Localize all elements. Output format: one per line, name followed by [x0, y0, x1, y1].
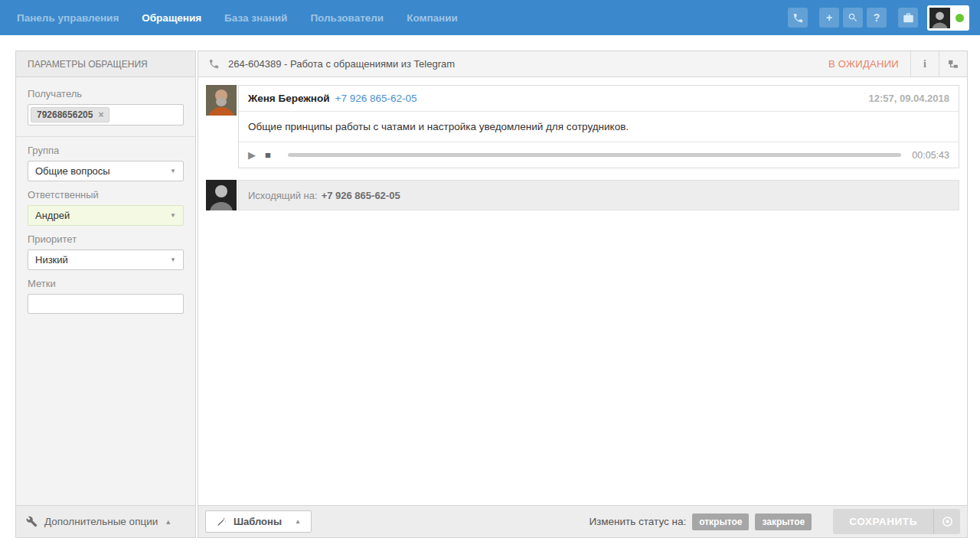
ticket-header-right: В ОЖИДАНИИ i	[817, 51, 967, 77]
sidebar-title: ПАРАМЕТРЫ ОБРАЩЕНИЯ	[16, 51, 195, 77]
status-closed-button[interactable]: закрытое	[755, 514, 812, 530]
status-open-button[interactable]: открытое	[692, 514, 749, 530]
priority-value: Низкий	[35, 254, 68, 266]
section-divider	[16, 136, 195, 137]
chevron-up-icon: ▲	[295, 518, 301, 525]
remove-tag-icon[interactable]: ×	[98, 109, 103, 120]
author-phone-link[interactable]: +7 926 865-62-05	[335, 93, 417, 104]
info-icon[interactable]: i	[910, 51, 939, 77]
message-timestamp: 12:57, 09.04.2018	[868, 93, 949, 104]
avatar	[206, 180, 237, 210]
outgoing-phone: +7 926 865-62-05	[322, 190, 400, 201]
conversation-area: Женя Бережной +7 926 865-62-05 12:57, 09…	[198, 77, 967, 505]
additional-options-label: Дополнительные опции	[44, 516, 158, 527]
message-outgoing: Исходящий на: +7 926 865-62-05	[206, 180, 959, 210]
message-author: Женя Бережной	[248, 93, 330, 104]
nav-dashboard[interactable]: Панель управления	[17, 12, 119, 24]
group-value: Общие вопросы	[35, 165, 110, 177]
sidebar-body: Получатель 79268656205 × Группа Общие во…	[16, 77, 195, 505]
record-icon	[942, 516, 953, 527]
priority-label: Приоритет	[28, 233, 184, 245]
tags-input[interactable]	[28, 294, 184, 314]
audio-progress-bar[interactable]	[288, 153, 901, 157]
recipient-tag: 79268656205 ×	[31, 107, 109, 122]
chevron-up-icon: ▲	[165, 518, 172, 526]
recipient-input[interactable]: 79268656205 ×	[28, 104, 184, 126]
message-header: Женя Бережной +7 926 865-62-05 12:57, 09…	[239, 86, 959, 111]
assignee-label: Ответственный	[28, 189, 184, 201]
stop-icon[interactable]: ■	[265, 149, 282, 161]
nav-knowledge-base[interactable]: База знаний	[224, 12, 287, 24]
user-photo	[929, 8, 950, 28]
nav-tickets[interactable]: Обращения	[142, 12, 201, 24]
recipient-label: Получатель	[28, 88, 184, 99]
ticket-footer: Шаблоны ▲ Изменить статус на: открытое з…	[198, 505, 967, 537]
audio-duration: 00:05:43	[912, 150, 949, 161]
chevron-down-icon: ▼	[170, 168, 176, 174]
phone-icon[interactable]	[788, 8, 808, 28]
topbar-actions: + ?	[788, 5, 969, 31]
tags-label: Метки	[28, 278, 184, 289]
assignee-value: Андрей	[35, 210, 70, 221]
change-status-label: Изменить статус на:	[589, 516, 686, 527]
message-incoming: Женя Бережной +7 926 865-62-05 12:57, 09…	[206, 85, 959, 168]
top-navigation-bar: Панель управления Обращения База знаний …	[0, 0, 980, 35]
outgoing-label: Исходящий на:	[248, 190, 318, 201]
templates-button[interactable]: Шаблоны ▲	[205, 510, 312, 533]
save-options-button[interactable]	[933, 509, 960, 534]
audio-player: ▶ ■ 00:05:43	[239, 142, 959, 168]
plus-icon[interactable]: +	[819, 8, 839, 28]
outgoing-call-row: Исходящий на: +7 926 865-62-05	[238, 180, 959, 210]
save-button[interactable]: СОХРАНИТЬ	[833, 509, 933, 534]
message-card: Женя Бережной +7 926 865-62-05 12:57, 09…	[238, 85, 959, 168]
nav-users[interactable]: Пользователи	[310, 12, 384, 24]
play-icon[interactable]: ▶	[248, 149, 265, 161]
templates-label: Шаблоны	[234, 516, 282, 527]
online-status-dot	[956, 14, 964, 22]
save-button-group: СОХРАНИТЬ	[833, 509, 960, 534]
search-icon[interactable]	[843, 8, 863, 28]
content-area: ПАРАМЕТРЫ ОБРАЩЕНИЯ Получатель 792686562…	[15, 51, 968, 538]
group-label: Группа	[28, 145, 184, 156]
ticket-panel: 264-604389 - Работа с обращениями из Tel…	[198, 51, 968, 538]
ticket-parameters-panel: ПАРАМЕТРЫ ОБРАЩЕНИЯ Получатель 792686562…	[15, 51, 196, 538]
ticket-header-left: 264-604389 - Работа с обращениями из Tel…	[198, 51, 455, 77]
chevron-down-icon: ▼	[170, 212, 176, 219]
main-nav: Панель управления Обращения База знаний …	[17, 12, 458, 24]
magic-wand-icon	[216, 517, 227, 527]
phone-channel-icon	[208, 58, 220, 70]
help-icon[interactable]: ?	[867, 8, 887, 28]
priority-select[interactable]: Низкий ▼	[28, 249, 184, 270]
status-badge: В ОЖИДАНИИ	[817, 51, 910, 77]
message-text: Общие принципы работы с чатами и настрой…	[239, 111, 959, 142]
additional-options-toggle[interactable]: Дополнительные опции ▲	[16, 505, 195, 537]
avatar	[206, 85, 237, 116]
group-select[interactable]: Общие вопросы ▼	[28, 161, 184, 181]
chevron-down-icon: ▼	[170, 256, 176, 263]
nav-companies[interactable]: Компании	[407, 12, 458, 24]
user-avatar[interactable]	[927, 5, 969, 31]
ticket-header: 264-604389 - Работа с обращениями из Tel…	[198, 51, 967, 77]
briefcase-icon[interactable]	[898, 8, 918, 28]
wrench-icon	[26, 516, 38, 527]
hierarchy-icon[interactable]	[939, 51, 967, 77]
recipient-tag-value: 79268656205	[37, 109, 93, 120]
assignee-select[interactable]: Андрей ▼	[28, 205, 184, 226]
ticket-title: 264-604389 - Работа с обращениями из Tel…	[228, 58, 455, 70]
